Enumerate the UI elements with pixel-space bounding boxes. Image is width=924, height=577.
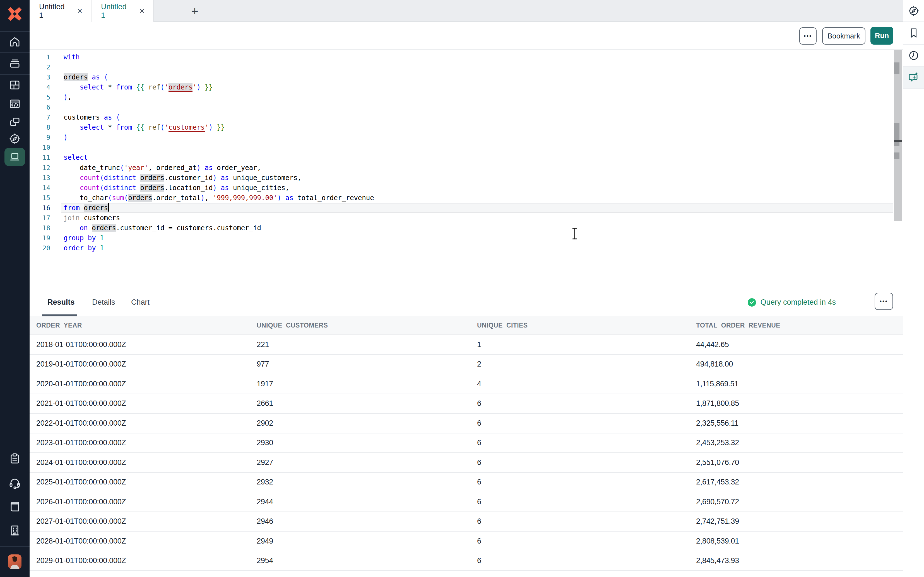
- table-cell: 6: [477, 498, 696, 506]
- table-cell: 6: [477, 517, 696, 526]
- close-tab-icon[interactable]: ✕: [139, 7, 145, 15]
- code-window-icon[interactable]: [8, 97, 21, 110]
- line-number: 15: [29, 193, 50, 203]
- ellipsis-icon: •••: [880, 298, 888, 305]
- success-check-icon: [748, 298, 756, 306]
- editor-padding: [29, 50, 903, 52]
- tab-untitled-1[interactable]: Untitled 1 ✕: [29, 0, 92, 22]
- scrollbar-mark: [894, 63, 900, 74]
- tab-untitled-2[interactable]: Untitled 1 ✕: [92, 0, 154, 22]
- table-row: 2027-01-01T00:00:00.000Z294662,742,751.3…: [29, 512, 903, 532]
- headset-support-icon[interactable]: [8, 476, 21, 490]
- line-number: 8: [29, 122, 50, 132]
- table-cell: 1,115,869.51: [696, 380, 903, 388]
- tab-chart[interactable]: Chart: [131, 288, 150, 316]
- divider: [0, 546, 29, 546]
- bookmark-button[interactable]: Bookmark: [822, 27, 866, 45]
- line-number: 4: [29, 82, 50, 92]
- ellipsis-icon: •••: [804, 33, 812, 39]
- results-more-button[interactable]: •••: [875, 293, 893, 310]
- line-number: 11: [29, 153, 50, 163]
- home-icon[interactable]: [8, 35, 21, 48]
- bookmark-panel-icon[interactable]: [903, 22, 924, 45]
- line-number: 9: [29, 132, 50, 142]
- table-cell: 221: [257, 340, 477, 349]
- line-number: 6: [29, 102, 50, 112]
- table-header-row: ORDER_YEARUNIQUE_CUSTOMERSUNIQUE_CITIEST…: [29, 316, 903, 335]
- table-cell: 2028-01-01T00:00:00.000Z: [36, 537, 257, 545]
- table-cell: 2025-01-01T00:00:00.000Z: [36, 478, 257, 487]
- table-cell: 2020-01-01T00:00:00.000Z: [36, 380, 257, 388]
- table-cell: 6: [477, 478, 696, 487]
- table-cell: 2927: [257, 458, 477, 467]
- table-cell: 2954: [257, 556, 477, 565]
- code-line: 13 count(distinct orders.customer_id) as…: [29, 173, 903, 183]
- clipboard-icon[interactable]: [8, 452, 21, 465]
- code-line: 9): [29, 132, 903, 142]
- line-number: 5: [29, 92, 50, 102]
- table-cell: 2021-01-01T00:00:00.000Z: [36, 399, 257, 408]
- sql-editor[interactable]: 1with23orders as (4 select * from {{ ref…: [29, 49, 903, 288]
- table-cell: 6: [477, 556, 696, 565]
- divider: [0, 74, 29, 75]
- line-number: 19: [29, 233, 50, 243]
- query-status-text: Query completed in 4s: [761, 298, 836, 306]
- right-sidebar: [903, 0, 924, 577]
- divider: [0, 52, 29, 53]
- table-row: 2024-01-01T00:00:00.000Z292762,551,076.7…: [29, 453, 903, 473]
- code-line: 20order by 1: [29, 243, 903, 253]
- table-cell: 6: [477, 399, 696, 408]
- dashboard-grid-icon[interactable]: [8, 78, 21, 92]
- table-body[interactable]: 2018-01-01T00:00:00.000Z221144,442.65201…: [29, 335, 903, 577]
- table-cell: 2,690,570.72: [696, 498, 903, 506]
- table-cell: 2029-01-01T00:00:00.000Z: [36, 556, 257, 565]
- main-area: Untitled 1 ✕ Untitled 1 ✕ + ••• Bookmark…: [29, 0, 903, 577]
- table-cell: 1,871,800.85: [696, 399, 903, 408]
- code-line: 8 select * from {{ ref('customers') }}: [29, 122, 903, 132]
- code-line: 11select: [29, 153, 903, 163]
- ai-chat-sparkles-icon[interactable]: [903, 67, 924, 89]
- user-avatar[interactable]: [8, 554, 21, 569]
- table-row: 2018-01-01T00:00:00.000Z221144,442.65: [29, 335, 903, 355]
- results-panel: Results Details Chart Query completed in…: [29, 288, 903, 577]
- table-cell: 2027-01-01T00:00:00.000Z: [36, 517, 257, 526]
- scrollbar-mark: [894, 153, 900, 159]
- table-cell: 6: [477, 458, 696, 467]
- table-row: 2021-01-01T00:00:00.000Z266161,871,800.8…: [29, 394, 903, 414]
- code-line: 14 count(distinct orders.location_id) as…: [29, 183, 903, 193]
- editor-more-button[interactable]: •••: [799, 27, 817, 45]
- table-row: 2029-01-01T00:00:00.000Z295462,845,473.9…: [29, 551, 903, 571]
- editor-toolbar: ••• Bookmark Run: [29, 22, 903, 49]
- code-line: 1with: [29, 52, 903, 62]
- code-line: 5),: [29, 92, 903, 102]
- history-clock-icon[interactable]: [903, 45, 924, 67]
- windows-popout-icon[interactable]: [8, 115, 21, 129]
- compass-panel-icon[interactable]: [903, 0, 924, 22]
- line-number: 20: [29, 243, 50, 253]
- app-logo-icon[interactable]: [7, 6, 23, 22]
- line-number: 3: [29, 72, 50, 82]
- compass-icon[interactable]: [8, 132, 21, 145]
- close-tab-icon[interactable]: ✕: [77, 7, 82, 15]
- new-tab-button[interactable]: +: [186, 0, 203, 22]
- code-line: 6: [29, 102, 903, 112]
- book-docs-icon[interactable]: [8, 500, 21, 513]
- table-cell: 4: [477, 380, 696, 388]
- tab-label: Untitled 1: [39, 3, 70, 20]
- run-button[interactable]: Run: [871, 27, 893, 45]
- results-tabbar: Results Details Chart Query completed in…: [29, 288, 903, 316]
- inbox-tray-icon[interactable]: [8, 57, 21, 70]
- code-line: 16from orders: [29, 203, 903, 213]
- table-row: 2025-01-01T00:00:00.000Z293262,617,453.3…: [29, 473, 903, 493]
- tab-details[interactable]: Details: [92, 288, 115, 316]
- terminal-laptop-icon[interactable]: [8, 150, 21, 164]
- app-window: { "colors": { "accent_teal": "#137a73", …: [0, 0, 924, 577]
- building-org-icon[interactable]: [8, 524, 21, 537]
- code-line: 3orders as (: [29, 72, 903, 82]
- table-cell: 494,818.00: [696, 360, 903, 369]
- code-line: 12 date_trunc('year', ordered_at) as ord…: [29, 163, 903, 173]
- tab-results[interactable]: Results: [47, 288, 75, 316]
- line-number: 10: [29, 142, 50, 153]
- table-cell: 2932: [257, 478, 477, 487]
- column-header: TOTAL_ORDER_REVENUE: [696, 322, 903, 329]
